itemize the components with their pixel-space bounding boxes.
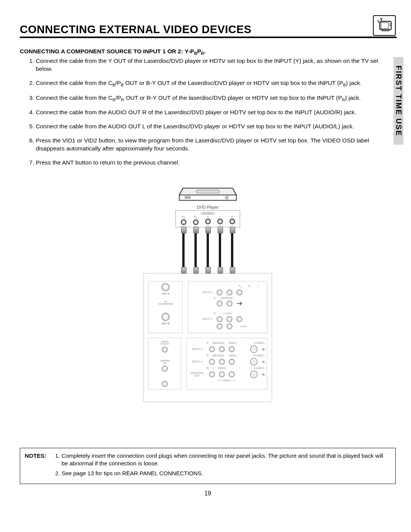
section-subheading: CONNECTING A COMPONENT SOURCE TO INPUT 1… bbox=[20, 48, 396, 56]
step-5: Connect the cable from the AUDIO OUT L o… bbox=[36, 123, 396, 131]
connection-diagram: DVD Player OUTPUT PR PB Y L R bbox=[143, 181, 272, 402]
dvd-player-icon bbox=[175, 181, 240, 204]
svg-point-3 bbox=[390, 25, 390, 26]
notes-label: NOTES: bbox=[25, 452, 46, 480]
note-1: Completely insert the connection cord pl… bbox=[62, 452, 391, 468]
manual-page: CONNECTING EXTERNAL VIDEO DEVICES FIRST … bbox=[0, 0, 411, 532]
notes-list: Completely insert the connection cord pl… bbox=[53, 452, 391, 480]
step-2: Connect the cable from the CB/PB OUT or … bbox=[36, 79, 396, 88]
section-tab-label: FIRST TIME USE bbox=[394, 66, 403, 136]
title-underline bbox=[20, 37, 397, 38]
svg-point-2 bbox=[390, 24, 390, 24]
step-7: Press the ANT button to return to the pr… bbox=[36, 159, 396, 167]
tv-character-icon bbox=[373, 15, 396, 36]
arrow-icon bbox=[236, 301, 243, 306]
svg-rect-1 bbox=[381, 22, 389, 29]
step-6: Press the VID1 or VID2 button, to view t… bbox=[36, 137, 396, 153]
svg-point-9 bbox=[225, 196, 228, 199]
tv-rear-panel: ANT A TO CONVERTER ANT B PR PB Y INPUT 1 bbox=[143, 273, 272, 402]
notes-box: NOTES: Completely insert the connection … bbox=[20, 448, 396, 484]
section-tab-first-time-use: FIRST TIME USE bbox=[393, 57, 403, 145]
svg-rect-8 bbox=[185, 197, 190, 198]
page-title: CONNECTING EXTERNAL VIDEO DEVICES bbox=[20, 23, 252, 36]
step-4: Connect the cable from the AUDIO OUT R o… bbox=[36, 109, 396, 117]
output-jack-row: PR PB Y L R bbox=[177, 216, 238, 225]
output-label: OUTPUT bbox=[200, 212, 216, 215]
dvd-player-label: DVD Player bbox=[143, 205, 272, 209]
cable-bundle bbox=[177, 227, 238, 273]
instruction-steps: Connect the cable from the Y OUT of the … bbox=[20, 57, 396, 167]
step-3: Connect the cable from the CR/PR OUT or … bbox=[36, 94, 396, 103]
svg-rect-4 bbox=[382, 30, 389, 31]
svg-point-6 bbox=[381, 18, 382, 19]
dvd-output-panel: OUTPUT PR PB Y L R bbox=[175, 210, 240, 227]
page-number: 19 bbox=[20, 490, 396, 497]
page-header: CONNECTING EXTERNAL VIDEO DEVICES bbox=[20, 15, 396, 36]
svg-rect-7 bbox=[196, 190, 219, 193]
note-2: See page 13 for tips on REAR PANEL CONNE… bbox=[62, 470, 391, 477]
step-1: Connect the cable from the Y OUT of the … bbox=[36, 57, 396, 73]
